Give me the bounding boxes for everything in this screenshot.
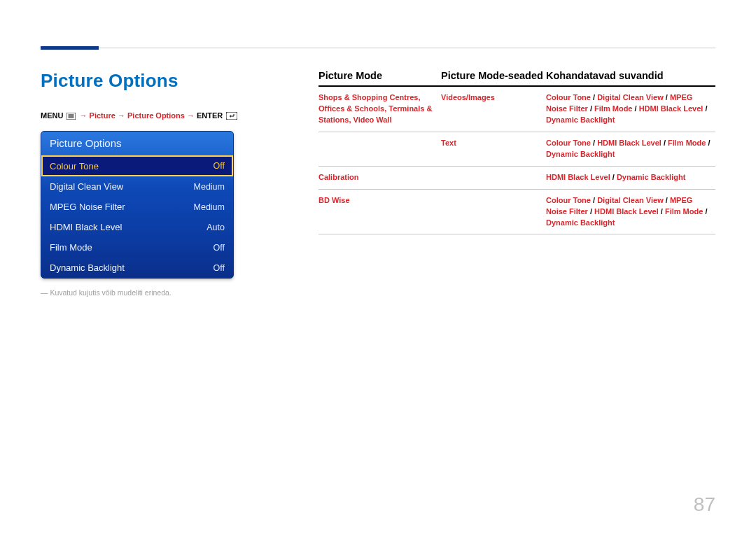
menu-icon — [66, 113, 76, 121]
osd-item-digital-clean-view[interactable]: Digital Clean View Medium — [41, 176, 233, 197]
osd-item-value: Off — [214, 161, 225, 171]
osd-item-hdmi-black-level[interactable]: HDMI Black Level Auto — [41, 217, 233, 237]
table-row: Shops & Shopping Centres, Offices & Scho… — [318, 87, 715, 132]
header-rule — [41, 48, 715, 48]
osd-item-value: Off — [214, 263, 225, 273]
table-header-row: Picture Mode Picture Mode-seaded Kohanda… — [318, 70, 715, 87]
cell: Calibration — [318, 173, 358, 181]
breadcrumb-enter: ENTER — [197, 111, 223, 120]
cell: Colour Tone / HDMI Black Level / Film Mo… — [546, 138, 715, 160]
cell: Colour Tone / Digital Clean View / MPEG … — [546, 195, 715, 229]
page-title: Picture Options — [41, 70, 251, 92]
th-picture-mode-seaded: Picture Mode-seaded — [441, 70, 546, 81]
breadcrumb-menu: MENU — [41, 111, 63, 120]
osd-item-value: Medium — [194, 202, 225, 212]
th-kohandatavad-suvandid: Kohandatavad suvandid — [546, 70, 715, 81]
osd-item-label: HDMI Black Level — [50, 222, 122, 232]
footnote: ― Kuvatud kujutis võib mudeliti erineda. — [41, 288, 251, 297]
page-number: 87 — [694, 493, 715, 516]
cell: Text — [441, 139, 456, 147]
osd-item-colour-tone[interactable]: Colour Tone Off — [41, 155, 233, 176]
table-row: BD Wise Colour Tone / Digital Clean View… — [318, 190, 715, 235]
table-row: Text Colour Tone / HDMI Black Level / Fi… — [318, 132, 715, 167]
options-table: Picture Mode Picture Mode-seaded Kohanda… — [318, 70, 715, 234]
osd-item-value: Off — [214, 243, 225, 253]
cell: Shops & Shopping Centres, Offices & Scho… — [318, 93, 432, 124]
breadcrumb-picture: Picture — [90, 111, 115, 120]
breadcrumb: MENU → Picture → Picture Options → ENTER — [41, 111, 251, 121]
osd-item-label: Film Mode — [50, 242, 92, 253]
table-row: Calibration HDMI Black Level / Dynamic B… — [318, 167, 715, 190]
cell: Videos/Images — [441, 93, 495, 101]
osd-item-label: Digital Clean View — [50, 181, 123, 192]
osd-item-dynamic-backlight[interactable]: Dynamic Backlight Off — [41, 258, 233, 278]
osd-item-label: Colour Tone — [50, 161, 99, 171]
osd-item-label: MPEG Noise Filter — [50, 202, 125, 212]
breadcrumb-picture-options: Picture Options — [127, 111, 185, 120]
osd-item-mpeg-noise-filter[interactable]: MPEG Noise Filter Medium — [41, 197, 233, 217]
osd-item-label: Dynamic Backlight — [50, 262, 125, 273]
osd-panel: Picture Options Colour Tone Off Digital … — [41, 131, 234, 279]
osd-header: Picture Options — [41, 132, 233, 155]
osd-item-value: Medium — [194, 182, 225, 192]
cell: Colour Tone / Digital Clean View / MPEG … — [546, 92, 715, 126]
osd-item-value: Auto — [206, 223, 225, 232]
cell: HDMI Black Level / Dynamic Backlight — [546, 172, 715, 183]
cell: BD Wise — [318, 196, 350, 204]
th-picture-mode: Picture Mode — [318, 70, 441, 81]
osd-item-film-mode[interactable]: Film Mode Off — [41, 237, 233, 258]
enter-icon — [226, 112, 237, 121]
